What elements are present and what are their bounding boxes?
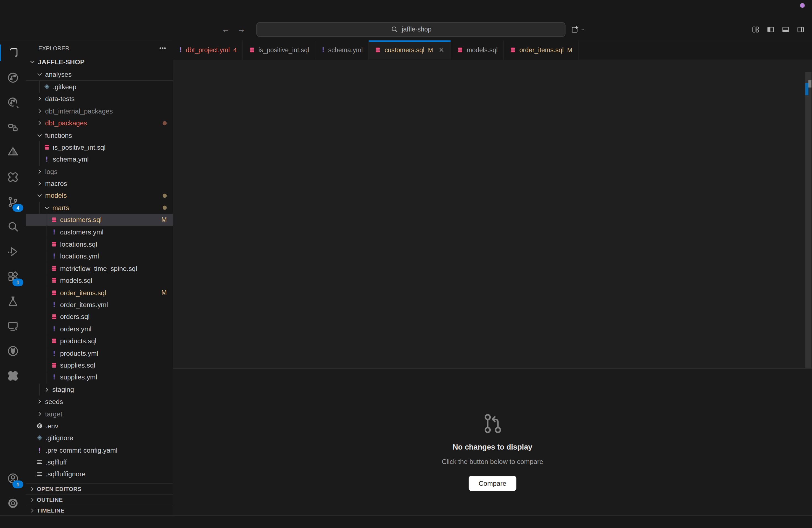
tree-item-supplies-sql[interactable]: supplies.sql	[26, 359, 173, 371]
status-bar	[0, 515, 812, 528]
database-icon	[51, 217, 57, 223]
database-icon	[51, 265, 57, 272]
toggle-panel-button[interactable]	[781, 25, 789, 34]
tree-item-label: JAFFLE-SHOP	[38, 58, 85, 66]
tree-item-marts[interactable]: marts	[26, 202, 173, 214]
activity-badge: 1	[12, 481, 23, 488]
tree-item-data-tests[interactable]: data-tests	[26, 93, 173, 105]
tree-item-dbt-packages[interactable]: dbt_packages	[26, 117, 173, 129]
chevron-icon	[36, 108, 43, 114]
tree-item-staging[interactable]: staging	[26, 384, 173, 396]
activity-run-audit[interactable]	[0, 90, 26, 115]
chevron-icon	[36, 192, 43, 199]
chevron-icon	[29, 497, 35, 503]
activity-gear[interactable]	[0, 491, 26, 516]
tab-models-sql[interactable]: models.sql	[451, 40, 504, 59]
code-editor[interactable]	[173, 72, 805, 369]
tree-item-products-sql[interactable]: products.sql	[26, 335, 173, 347]
tab-is-positive-int-sql[interactable]: is_positive_int.sql	[243, 40, 315, 59]
tab-customers-sql[interactable]: customers.sqlM	[369, 40, 451, 59]
tree-item-customers-sql[interactable]: customers.sqlM	[26, 214, 173, 226]
breadcrumb[interactable]	[173, 60, 812, 72]
chevron-icon	[36, 120, 43, 126]
tree-item-label: supplies.yml	[60, 373, 97, 381]
chevron-down-icon	[28, 59, 36, 65]
activity-account[interactable]: 1	[0, 466, 26, 491]
activity-dbt-logo[interactable]	[0, 140, 26, 165]
tree-item--env[interactable]: .env	[26, 420, 173, 432]
activity-run-circle[interactable]	[0, 65, 26, 90]
exclaim-icon: !	[38, 446, 42, 454]
more-dots-icon	[159, 44, 167, 52]
tree-item-label: orders.sql	[60, 313, 90, 321]
activity-beaker[interactable]	[0, 289, 26, 314]
tab-schema-yml[interactable]: !schema.yml	[315, 40, 369, 59]
tab-dbt-project-yml[interactable]: !dbt_project.yml4	[173, 40, 243, 59]
forward-button[interactable]: →	[237, 25, 246, 34]
toggle-sidebar-button[interactable]	[766, 25, 775, 34]
tree-item--sqlfluffignore[interactable]: .sqlfluffignore	[26, 468, 173, 481]
activity-power-x[interactable]	[0, 165, 26, 189]
tree-item-jaffle-shop[interactable]: JAFFLE-SHOP	[26, 56, 173, 68]
activity-debug[interactable]	[0, 239, 26, 264]
tree-item-orders-sql[interactable]: orders.sql	[26, 311, 173, 323]
tree-item-customers-yml[interactable]: !customers.yml	[26, 226, 173, 238]
activity-source-control[interactable]: 4	[0, 189, 26, 214]
tree-item-label: is_positive_int.sql	[53, 143, 105, 151]
tree-item-orders-yml[interactable]: !orders.yml	[26, 323, 173, 335]
tree-item-macros[interactable]: macros	[26, 178, 173, 190]
sidebar-section-outline[interactable]: OUTLINE	[26, 494, 173, 505]
tree-item-label: models.sql	[60, 277, 92, 284]
activity-power-x-filled[interactable]	[0, 363, 26, 388]
beaker-icon	[6, 295, 19, 308]
tab-order-items-sql[interactable]: order_items.sqlM	[504, 40, 578, 59]
toggle-secondary-sidebar-button[interactable]	[797, 25, 805, 34]
tree-item--gitkeep[interactable]: .gitkeep	[26, 80, 173, 93]
empty-state-title: No changes to display	[453, 442, 533, 451]
activity-flow[interactable]	[0, 115, 26, 140]
back-button[interactable]: ←	[222, 25, 230, 34]
activity-extensions[interactable]: 1	[0, 264, 26, 289]
customize-layout-button[interactable]	[752, 25, 760, 34]
tree-item--sqlfluff[interactable]: .sqlfluff	[26, 456, 173, 468]
sidebar-section-timeline[interactable]: TIMELINE	[26, 505, 173, 516]
tree-item-locations-sql[interactable]: locations.sql	[26, 238, 173, 250]
tree-item-seeds[interactable]: seeds	[26, 395, 173, 408]
tree-item-supplies-yml[interactable]: !supplies.yml	[26, 371, 173, 384]
tree-item-products-yml[interactable]: !products.yml	[26, 347, 173, 359]
tree-item--pre-commit-config-yaml[interactable]: !.pre-commit-config.yaml	[26, 444, 173, 456]
activity-github[interactable]	[0, 339, 26, 363]
tree-item-schema-yml[interactable]: !schema.yml	[26, 153, 173, 165]
git-file-icon	[36, 435, 43, 441]
activity-remote-explorer[interactable]	[0, 314, 26, 339]
chevron-right-icon	[35, 398, 44, 405]
change-dot-badge	[163, 206, 167, 210]
compare-button[interactable]: Compare	[469, 475, 516, 490]
tree-item-label: dbt_internal_packages	[45, 107, 113, 115]
tree-item-logs[interactable]: logs	[26, 165, 173, 178]
command-center-search[interactable]: jaffle-shop	[256, 23, 565, 37]
copilot-share-button[interactable]	[570, 25, 585, 34]
close-icon[interactable]	[438, 47, 445, 53]
tree-item-dbt-internal-packages[interactable]: dbt_internal_packages	[26, 105, 173, 117]
tree-item-order-items-yml[interactable]: !order_items.yml	[26, 299, 173, 311]
bottom-panel: No changes to display Click the button b…	[173, 368, 812, 516]
tree-item-target[interactable]: target	[26, 408, 173, 420]
tree-item-functions[interactable]: functions	[26, 129, 173, 142]
tree-item-metricflow-time-spine-sql[interactable]: metricflow_time_spine.sql	[26, 262, 173, 275]
tree-item-order-items-sql[interactable]: order_items.sqlM	[26, 287, 173, 299]
tree-item-analyses[interactable]: analyses	[26, 68, 173, 80]
tree-item-locations-yml[interactable]: !locations.yml	[26, 250, 173, 262]
chevron-icon	[36, 96, 43, 102]
sidebar-section-open-editors[interactable]: OPEN EDITORS	[26, 483, 173, 494]
empty-state-subtitle: Click the button below to compare	[442, 458, 543, 465]
tree-item-models[interactable]: models	[26, 190, 173, 202]
more-actions-icon[interactable]	[159, 44, 167, 52]
editor-scrollbar[interactable]	[805, 72, 812, 369]
activity-files[interactable]	[0, 40, 26, 65]
tree-item-models-sql[interactable]: models.sql	[26, 275, 173, 287]
activity-search[interactable]	[0, 214, 26, 239]
tree-item--gitignore[interactable]: .gitignore	[26, 432, 173, 444]
database-icon	[51, 362, 57, 369]
tree-item-is-positive-int-sql[interactable]: is_positive_int.sql	[26, 141, 173, 153]
